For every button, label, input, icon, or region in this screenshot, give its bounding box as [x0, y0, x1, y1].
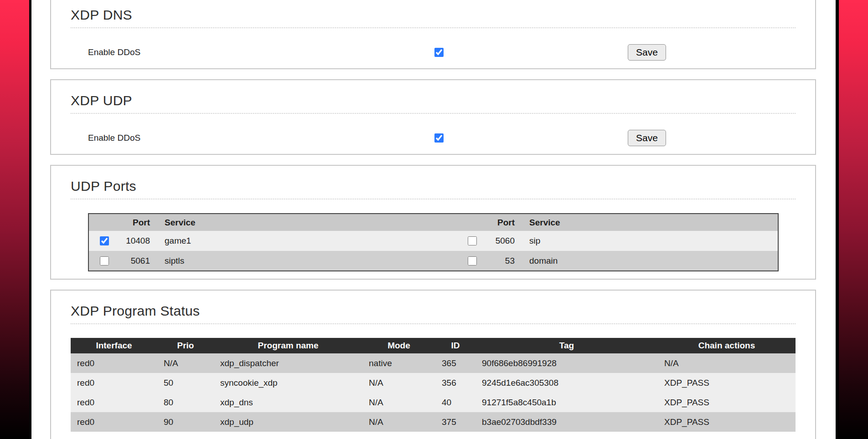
id-cell: 375 — [435, 412, 475, 432]
table-row: red0 90 xdp_udp N/A 375 b3ae02703dbdf339… — [71, 412, 796, 432]
prio-cell: 50 — [157, 373, 214, 393]
checkbox-cell — [88, 231, 119, 251]
panel-udp-ports: UDP Ports Port Service Port Service — [50, 165, 816, 280]
id-cell: 40 — [435, 393, 475, 412]
panel-title-xdp-udp: XDP UDP — [71, 93, 796, 114]
tag-cell: 90f686eb86991928 — [475, 353, 658, 373]
save-dns-button[interactable]: Save — [628, 44, 666, 61]
chain-actions-cell: XDP_PASS — [658, 393, 796, 412]
content-area: XDP DNS Enable DDoS Save XDP UDP Enable … — [29, 0, 839, 439]
port-game1-checkbox[interactable] — [100, 236, 109, 245]
chain-actions-cell: XDP_PASS — [658, 412, 796, 432]
port-sip-checkbox[interactable] — [468, 236, 477, 245]
tag-cell: b3ae02703dbdf339 — [475, 412, 658, 432]
table-row: red0 N/A xdp_dispatcher native 365 90f68… — [71, 353, 796, 373]
checkbox-cell — [457, 231, 488, 251]
service-column-header: Service — [518, 214, 778, 231]
status-header-row: Interface Prio Program name Mode ID Tag … — [71, 338, 796, 353]
panel-title-xdp-dns: XDP DNS — [71, 7, 796, 28]
udp-ports-table: Port Service Port Service 10408 game1 50… — [88, 213, 779, 271]
port-column-header: Port — [119, 214, 154, 231]
panel-title-xdp-program-status: XDP Program Status — [71, 303, 796, 324]
id-cell: 365 — [435, 353, 475, 373]
save-udp-button[interactable]: Save — [628, 130, 666, 146]
chain-actions-cell: XDP_PASS — [658, 373, 796, 393]
enable-ddos-udp-checkbox[interactable] — [434, 133, 444, 143]
enable-ddos-dns-checkbox[interactable] — [434, 48, 444, 57]
program-name-column-header: Program name — [214, 338, 362, 353]
udp-ports-header-row: Port Service Port Service — [88, 214, 778, 231]
tag-cell: 9245d1e6ac305308 — [475, 373, 658, 393]
enable-ddos-label: Enable DDoS — [88, 47, 434, 57]
program-name-cell: syncookie_xdp — [214, 373, 362, 393]
port-cell: 5060 — [488, 231, 518, 251]
port-domain-checkbox[interactable] — [468, 256, 477, 265]
table-row: 10408 game1 5060 sip — [88, 231, 778, 251]
mode-cell: native — [362, 353, 435, 373]
port-cell: 10408 — [119, 231, 154, 251]
service-cell: siptls — [154, 251, 457, 271]
checkbox-cell — [88, 251, 119, 271]
table-row: red0 80 xdp_dns N/A 40 91271f5a8c450a1b … — [71, 393, 796, 412]
interface-cell: red0 — [71, 373, 157, 393]
table-row: 5061 siptls 53 domain — [88, 251, 778, 271]
port-cell: 5061 — [119, 251, 154, 271]
tag-cell: 91271f5a8c450a1b — [475, 393, 658, 412]
program-name-cell: xdp_udp — [214, 412, 362, 432]
prio-cell: 90 — [157, 412, 214, 432]
interface-cell: red0 — [71, 412, 157, 432]
panel-xdp-udp: XDP UDP Enable DDoS Save — [50, 79, 816, 155]
table-row: red0 50 syncookie_xdp N/A 356 9245d1e6ac… — [71, 373, 796, 393]
program-name-cell: xdp_dns — [214, 393, 362, 412]
port-column-header: Port — [488, 214, 518, 231]
prio-cell: 80 — [157, 393, 214, 412]
chain-actions-column-header: Chain actions — [658, 338, 796, 353]
mode-column-header: Mode — [362, 338, 435, 353]
xdp-program-status-table: Interface Prio Program name Mode ID Tag … — [71, 338, 796, 432]
port-cell: 53 — [488, 251, 518, 271]
enable-ddos-label: Enable DDoS — [88, 133, 434, 143]
prio-column-header: Prio — [157, 338, 214, 353]
service-cell: sip — [518, 231, 778, 251]
service-column-header: Service — [154, 214, 457, 231]
interface-cell: red0 — [71, 353, 157, 373]
service-cell: domain — [518, 251, 778, 271]
enable-ddos-row: Enable DDoS Save — [71, 129, 796, 147]
id-cell: 356 — [435, 373, 475, 393]
service-cell: game1 — [154, 231, 457, 251]
checkbox-cell — [457, 251, 488, 271]
panel-title-udp-ports: UDP Ports — [71, 179, 796, 199]
id-column-header: ID — [435, 338, 475, 353]
prio-cell: N/A — [157, 353, 214, 373]
enable-ddos-row: Enable DDoS Save — [71, 44, 796, 61]
interface-column-header: Interface — [71, 338, 157, 353]
program-name-cell: xdp_dispatcher — [214, 353, 362, 373]
mode-cell: N/A — [362, 412, 435, 432]
panel-xdp-program-status: XDP Program Status Interface Prio Progra… — [50, 290, 816, 439]
checkbox-column-header — [457, 214, 488, 231]
panel-xdp-dns: XDP DNS Enable DDoS Save — [50, 0, 816, 69]
interface-cell: red0 — [71, 393, 157, 412]
checkbox-column-header — [88, 214, 119, 231]
chain-actions-cell: N/A — [658, 353, 796, 373]
port-siptls-checkbox[interactable] — [100, 256, 109, 265]
mode-cell: N/A — [362, 393, 435, 412]
tag-column-header: Tag — [475, 338, 658, 353]
mode-cell: N/A — [362, 373, 435, 393]
